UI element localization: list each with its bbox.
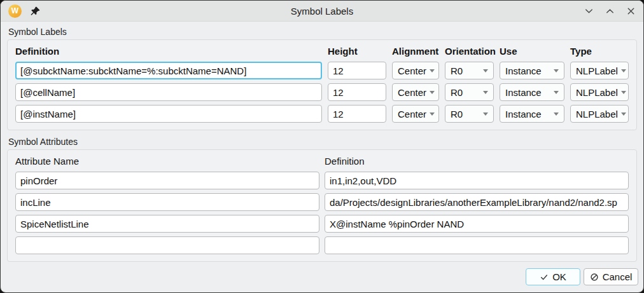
label-orientation-select[interactable]: R0 [445,62,494,79]
chevron-down-icon [621,69,626,72]
selected-value: Center [398,65,426,76]
label-orientation-select[interactable]: R0 [445,83,494,101]
attribute-name-input[interactable] [15,215,319,233]
attribute-name-input[interactable] [15,193,319,211]
ok-button-label: OK [552,271,566,282]
symbol-labels-groupbox: Definition Height Alignment Orientation … [7,39,637,130]
header-definition: Definition [15,44,322,58]
cancel-icon [590,273,599,282]
label-alignment-select[interactable]: Center [392,105,439,123]
attribute-definition-input[interactable] [325,193,629,211]
chevron-down-icon [483,112,488,116]
maximize-button[interactable] [605,6,615,16]
attribute-definition-input[interactable] [325,215,629,233]
selected-value: NLPLabel [576,109,618,119]
button-row: OK Cancel [1,262,643,293]
symbol-labels-dialog: W Symbol Labels Symbol Labels Definition… [0,0,644,293]
close-button[interactable] [626,6,636,16]
header-use: Use [500,44,564,58]
cancel-button[interactable]: Cancel [584,268,638,285]
chevron-down-icon [483,91,488,94]
header-type: Type [570,44,629,58]
chevron-down-icon [554,112,559,116]
chevron-down-icon [483,69,488,72]
selected-value: Center [398,87,426,98]
header-attribute-definition: Definition [325,154,629,168]
selected-value: NLPLabel [576,65,618,76]
titlebar: W Symbol Labels [1,1,643,22]
label-type-select[interactable]: NLPLabel [570,83,629,101]
chevron-down-icon [430,91,435,94]
label-height-input[interactable] [328,105,386,123]
minimize-button[interactable] [584,6,594,16]
attribute-definition-input[interactable] [325,172,629,189]
chevron-down-icon [554,69,559,72]
label-alignment-select[interactable]: Center [392,62,439,79]
label-height-input[interactable] [328,62,386,79]
selected-value: R0 [451,65,463,76]
selected-value: Instance [505,87,542,98]
selected-value: Instance [505,109,542,119]
label-use-select[interactable]: Instance [500,83,564,101]
label-use-select[interactable]: Instance [500,62,564,79]
selected-value: R0 [451,109,463,119]
attribute-name-input[interactable] [15,172,319,189]
label-type-select[interactable]: NLPLabel [570,62,629,79]
header-height: Height [328,44,386,58]
check-icon [540,273,549,282]
dialog-body: Symbol Labels Definition Height Alignmen… [1,22,643,262]
label-definition-input[interactable] [15,62,322,79]
selected-value: Center [398,109,426,119]
symbol-labels-section-title: Symbol Labels [8,27,637,37]
attribute-name-input[interactable] [15,236,319,254]
label-use-select[interactable]: Instance [500,105,564,123]
header-orientation: Orientation [445,44,494,58]
header-alignment: Alignment [392,44,439,58]
label-type-select[interactable]: NLPLabel [570,105,629,123]
symbol-attributes-section-title: Symbol Attributes [8,137,637,147]
selected-value: R0 [451,87,463,98]
selected-value: Instance [505,65,542,76]
symbol-attributes-groupbox: Attribute Name Definition [7,149,637,262]
chevron-down-icon [430,69,435,72]
chevron-down-icon [430,112,435,116]
label-height-input[interactable] [328,83,386,101]
label-orientation-select[interactable]: R0 [445,105,494,123]
label-definition-input[interactable] [15,83,322,101]
cancel-button-label: Cancel [603,271,633,282]
attribute-definition-input[interactable] [325,236,629,254]
chevron-down-icon [621,91,626,94]
header-attribute-name: Attribute Name [15,154,319,168]
window-title: Symbol Labels [1,6,643,17]
ok-button[interactable]: OK [526,268,580,285]
app-logo: W [8,4,22,18]
chevron-down-icon [621,112,626,116]
selected-value: NLPLabel [576,87,618,98]
label-definition-input[interactable] [15,105,322,123]
chevron-down-icon [554,91,559,94]
label-alignment-select[interactable]: Center [392,83,439,101]
pin-icon[interactable] [30,6,41,17]
